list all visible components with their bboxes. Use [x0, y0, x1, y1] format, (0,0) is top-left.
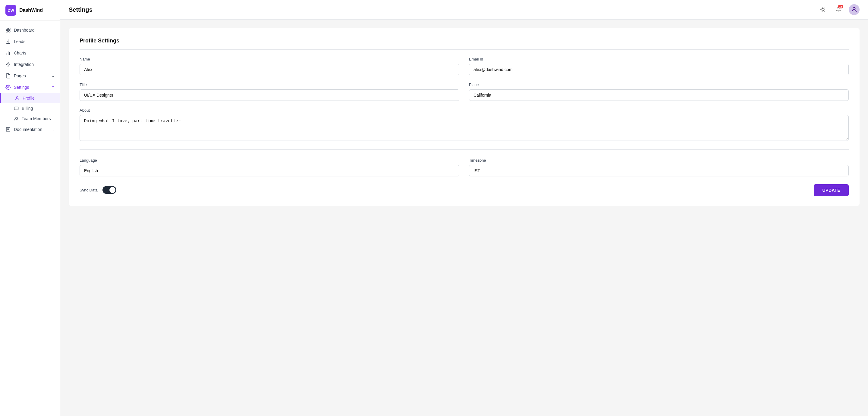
- svg-rect-2: [6, 31, 7, 32]
- place-input[interactable]: [469, 90, 849, 101]
- svg-rect-1: [9, 28, 10, 30]
- sidebar-item-billing[interactable]: Billing: [0, 103, 60, 113]
- svg-point-9: [822, 8, 824, 11]
- sidebar-item-profile[interactable]: Profile: [0, 93, 60, 103]
- toggle-track: [102, 186, 116, 194]
- name-input[interactable]: [80, 64, 459, 75]
- bar-chart-icon: [5, 50, 11, 56]
- sidebar-item-label: Pages: [14, 73, 26, 78]
- sidebar-item-settings[interactable]: Settings ⌃: [0, 81, 60, 93]
- email-label: Email Id: [469, 57, 849, 61]
- toggle-thumb: [110, 187, 116, 193]
- preferences-form: Language Timezone Sync Data: [80, 158, 849, 194]
- title-field-group: Title: [80, 82, 459, 101]
- place-field-group: Place: [469, 82, 849, 101]
- sidebar-item-dashboard[interactable]: Dashboard: [0, 24, 60, 36]
- sidebar-item-team-members[interactable]: Team Members: [0, 113, 60, 124]
- svg-point-5: [16, 97, 18, 98]
- title-input[interactable]: [80, 90, 459, 101]
- header: Settings 15: [60, 0, 868, 20]
- title-label: Title: [80, 82, 459, 87]
- profile-form: Name Email Id Title Place: [80, 57, 849, 141]
- svg-point-4: [7, 87, 9, 88]
- profile-settings-card: Profile Settings Name Email Id Title: [69, 28, 860, 206]
- sidebar-item-label: Documentation: [14, 127, 42, 132]
- file-icon: [5, 73, 11, 78]
- name-label: Name: [80, 57, 459, 61]
- lightning-icon: [5, 62, 11, 67]
- sidebar-item-label: Settings: [14, 85, 29, 90]
- about-textarea[interactable]: [80, 115, 849, 141]
- app-name: DashWind: [19, 7, 43, 13]
- sidebar-nav: Dashboard Leads Charts Integration: [0, 21, 60, 416]
- gear-icon: [5, 84, 11, 90]
- sidebar-item-integration[interactable]: Integration: [0, 59, 60, 70]
- card-icon: [14, 106, 19, 111]
- theme-toggle-button[interactable]: [817, 4, 828, 15]
- settings-sub-nav: Profile Billing Team Members: [0, 93, 60, 124]
- sidebar-item-pages[interactable]: Pages ⌄: [0, 70, 60, 81]
- users-icon: [14, 116, 19, 121]
- sidebar-sub-item-label: Profile: [23, 96, 35, 101]
- sync-data-toggle[interactable]: [102, 186, 116, 194]
- notifications-button[interactable]: 15: [833, 4, 844, 15]
- chevron-down-icon: ⌄: [52, 74, 55, 78]
- sidebar-sub-item-label: Billing: [22, 106, 33, 111]
- sidebar-item-label: Dashboard: [14, 28, 35, 33]
- language-field-group: Language: [80, 158, 459, 176]
- sidebar-item-documentation[interactable]: Documentation ⌄: [0, 124, 60, 135]
- svg-point-8: [17, 117, 18, 118]
- sidebar-item-charts[interactable]: Charts: [0, 47, 60, 59]
- user-icon: [15, 96, 20, 101]
- chevron-up-icon: ⌃: [52, 85, 55, 90]
- content-area: Profile Settings Name Email Id Title: [60, 20, 868, 416]
- avatar[interactable]: [849, 4, 860, 15]
- header-actions: 15: [817, 4, 860, 15]
- email-field-group: Email Id: [469, 57, 849, 75]
- download-icon: [5, 39, 11, 44]
- svg-rect-0: [6, 28, 7, 30]
- timezone-label: Timezone: [469, 158, 849, 163]
- sync-data-row: Sync Data: [80, 186, 849, 194]
- sidebar: DW DashWind Dashboard Leads Charts: [0, 0, 60, 416]
- sidebar-item-leads[interactable]: Leads: [0, 36, 60, 47]
- chevron-down-icon: ⌄: [52, 127, 55, 132]
- svg-rect-3: [9, 31, 10, 32]
- language-label: Language: [80, 158, 459, 163]
- sidebar-item-label: Leads: [14, 39, 25, 44]
- about-field-group: About: [80, 108, 849, 141]
- svg-point-10: [853, 7, 855, 10]
- main-area: Settings 15 Profile Settings Name: [60, 0, 868, 416]
- sidebar-sub-item-label: Team Members: [22, 116, 51, 121]
- doc-icon: [5, 127, 11, 132]
- timezone-field-group: Timezone: [469, 158, 849, 176]
- place-label: Place: [469, 82, 849, 87]
- page-title: Settings: [69, 6, 93, 13]
- card-title: Profile Settings: [80, 38, 849, 50]
- email-input[interactable]: [469, 64, 849, 75]
- svg-point-7: [15, 117, 16, 118]
- update-button[interactable]: UPDATE: [814, 184, 849, 196]
- sidebar-item-label: Integration: [14, 62, 34, 67]
- svg-rect-6: [14, 107, 18, 110]
- notification-count: 15: [838, 5, 843, 8]
- sync-data-label: Sync Data: [80, 188, 98, 192]
- sidebar-item-label: Charts: [14, 50, 26, 56]
- language-input[interactable]: [80, 165, 459, 176]
- about-label: About: [80, 108, 849, 112]
- timezone-input[interactable]: [469, 165, 849, 176]
- grid-icon: [5, 27, 11, 33]
- name-field-group: Name: [80, 57, 459, 75]
- app-logo[interactable]: DW DashWind: [0, 0, 60, 21]
- sync-data-group: Sync Data: [80, 184, 849, 194]
- logo-badge: DW: [5, 5, 16, 16]
